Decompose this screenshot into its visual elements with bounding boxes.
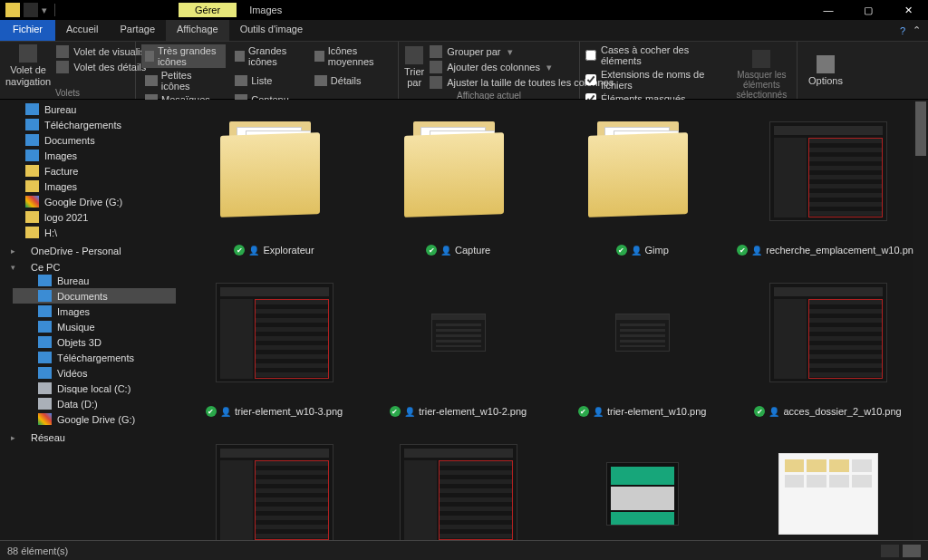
gdrive-icon [38, 413, 52, 425]
gdrive-icon [25, 196, 39, 208]
chevron-down-icon[interactable]: ▾ [11, 263, 20, 272]
file-name: recherche_emplacement_w10.png [766, 245, 919, 256]
nav-pane-button[interactable]: Volet de navigation [5, 44, 51, 87]
ribbon-group-panes: Volet de navigation Volet de visualisati… [0, 42, 136, 99]
sync-status-icon: ✔ [390, 406, 401, 417]
tab-picture-tools[interactable]: Outils d'image [229, 20, 314, 41]
file-caption: ✔ 👤 recherche_emplacement_w10.png [737, 245, 919, 256]
tab-file[interactable]: Fichier [0, 20, 55, 41]
title-bar: ▾ Gérer Images — ▢ ✕ [0, 0, 928, 20]
shared-icon: 👤 [768, 407, 779, 417]
nav-logo2021[interactable]: logo 2021 [0, 209, 176, 225]
thumbnails-view-button[interactable] [903, 545, 921, 557]
file-item[interactable]: ✔ 👤 affichage_perso.png [737, 426, 919, 540]
collapse-ribbon-icon[interactable]: ⌃ [913, 24, 921, 36]
nav-pc-music[interactable]: Musique [13, 319, 176, 334]
drive-icon [38, 382, 52, 394]
nav-gdrive[interactable]: Google Drive (G:) [0, 194, 176, 209]
file-item[interactable]: ✔ 👤 trier-element_w10.png [553, 265, 731, 417]
hide-icon [752, 50, 770, 68]
sync-status-icon: ✔ [578, 406, 589, 417]
nav-pc-documents[interactable]: Documents [13, 288, 176, 304]
file-item[interactable]: ✔ 👤 recherche_emplacement_w10.png [737, 103, 919, 256]
tab-share[interactable]: Partage [109, 20, 166, 41]
nav-documents[interactable]: Documents [0, 132, 176, 148]
file-item[interactable]: ✔ 👤 explorateur_bureau_w10.png [553, 426, 731, 540]
file-item[interactable]: ✔ 👤 ce_PC_w10.png [369, 426, 547, 540]
file-item[interactable]: ✔ 👤 trier-element_w10-2.png [369, 265, 547, 417]
desktop-icon [38, 275, 52, 286]
qat-dropdown-icon[interactable]: ▾ [42, 5, 47, 16]
nav-pane-icon [19, 44, 37, 63]
file-name: Capture [455, 245, 490, 256]
folder-icon [25, 165, 39, 177]
nav-pc-bureau[interactable]: Bureau [13, 273, 176, 288]
nav-onedrive[interactable]: ▸OneDrive - Personal [0, 246, 176, 256]
file-list[interactable]: ✔ 👤 Explorateur ✔ 👤 Capture ✔ 👤 Gim [176, 100, 928, 540]
minimize-button[interactable]: — [808, 0, 848, 20]
nav-pc-d[interactable]: Data (D:) [13, 396, 176, 411]
layout-sm-icons[interactable]: Petites icônes [141, 69, 226, 92]
navigation-pane[interactable]: Bureau Téléchargements Documents Images … [0, 100, 176, 540]
nav-pc-3d[interactable]: Objets 3D [13, 334, 176, 350]
file-name: trier-element_w10.png [607, 406, 706, 417]
fit-icon [430, 76, 442, 89]
nav-pc-g[interactable]: Google Drive (G:) [13, 411, 176, 427]
help-icon[interactable]: ? [900, 25, 905, 36]
nav-pc-dl[interactable]: Téléchargements [13, 350, 176, 365]
nav-h-drive[interactable]: H:\ [0, 225, 176, 240]
scrollbar-thumb[interactable] [915, 101, 926, 156]
tab-home[interactable]: Accueil [55, 20, 109, 41]
chevron-right-icon[interactable]: ▸ [11, 433, 20, 442]
vertical-scrollbar[interactable] [914, 100, 928, 540]
nav-this-pc[interactable]: ▾Ce PC [0, 262, 176, 273]
thumbnail [760, 426, 896, 540]
3d-icon [38, 336, 52, 348]
sort-button[interactable]: Trier par [404, 44, 424, 90]
file-item[interactable]: ✔ 👤 acces_dossier_2_w10.png [737, 265, 919, 417]
layout-md-icons[interactable]: Icônes moyennes [311, 44, 392, 68]
chevron-right-icon[interactable]: ▸ [11, 246, 20, 256]
music-icon [38, 321, 52, 333]
help-area: ? ⌃ [893, 20, 928, 41]
tab-view[interactable]: Affichage [166, 20, 229, 41]
sync-status-icon: ✔ [737, 245, 748, 256]
nav-pc-images[interactable]: Images [13, 304, 176, 319]
file-item[interactable]: ✔ 👤 Explorateur [185, 103, 363, 256]
nav-images[interactable]: Images [0, 148, 176, 163]
close-button[interactable]: ✕ [888, 0, 928, 20]
file-item[interactable]: ✔ 👤 epingler_desepingler_w10.png [185, 426, 363, 540]
details-view-button[interactable] [881, 545, 899, 557]
layout-list[interactable]: Liste [231, 69, 305, 92]
file-item[interactable]: ✔ 👤 Gimp [553, 103, 731, 256]
layout-lg-icons[interactable]: Grandes icônes [231, 44, 305, 68]
ribbon-group-options: Options [798, 42, 854, 99]
hide-selected-button[interactable]: Masquer les éléments sélectionnés [732, 44, 791, 104]
file-item[interactable]: ✔ 👤 Capture [369, 103, 547, 256]
contextual-tab-manage[interactable]: Gérer [179, 3, 237, 17]
sort-label: Trier par [404, 66, 424, 88]
layout-icon [235, 75, 247, 86]
file-item[interactable]: ✔ 👤 trier-element_w10-3.png [185, 265, 363, 417]
nav-downloads[interactable]: Téléchargements [0, 117, 176, 132]
thumbnail [391, 265, 527, 401]
checkbox-item-checkboxes[interactable]: Cases à cocher des éléments [585, 44, 729, 66]
nav-pc-videos[interactable]: Vidéos [13, 365, 176, 381]
nav-bureau[interactable]: Bureau [0, 101, 176, 117]
layout-xl-icons[interactable]: Très grandes icônes [141, 44, 226, 68]
thumbnail [760, 265, 896, 401]
layout-details[interactable]: Détails [311, 69, 392, 92]
nav-network[interactable]: ▸Réseau [0, 432, 176, 443]
checkbox-file-ext[interactable]: Extensions de noms de fichiers [585, 69, 729, 91]
group-icon [430, 45, 442, 58]
nav-pc-c[interactable]: Disque local (C:) [13, 381, 176, 396]
video-icon [38, 367, 52, 379]
maximize-button[interactable]: ▢ [848, 0, 888, 20]
images-icon [25, 150, 39, 161]
thumbnail [575, 103, 710, 239]
status-bar: 88 élément(s) [0, 540, 928, 560]
options-button[interactable]: Options [803, 44, 848, 97]
nav-facture[interactable]: Facture [0, 163, 176, 179]
nav-images2[interactable]: Images [0, 179, 176, 194]
nav-pane-label: Volet de navigation [5, 64, 51, 86]
